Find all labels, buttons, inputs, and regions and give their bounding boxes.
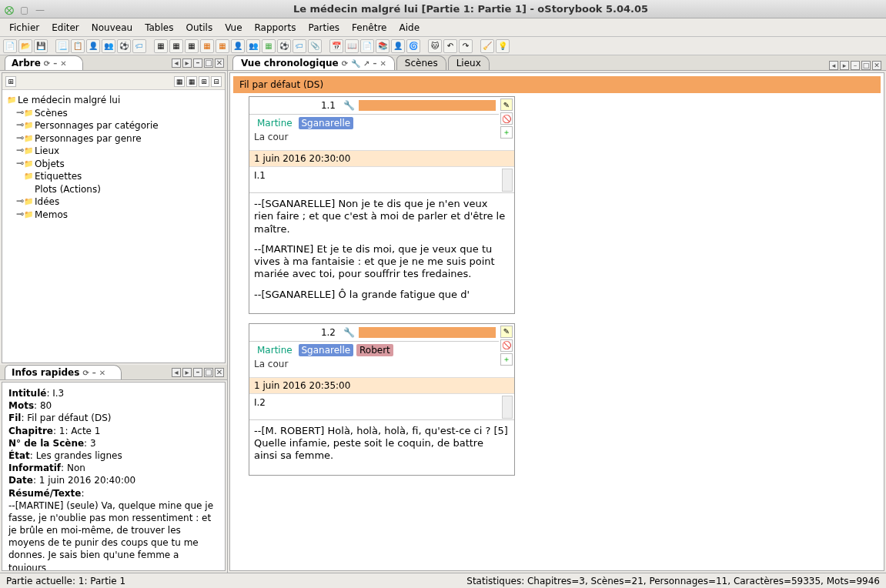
edit-icon[interactable]: ✎ [500, 326, 513, 338]
tree-lieux[interactable]: Lieux [35, 145, 59, 156]
expand-icon[interactable]: ⊞ [199, 76, 209, 87]
tree-objets[interactable]: Objets [35, 158, 65, 169]
stack-icon[interactable]: 📚 [376, 39, 390, 53]
open-icon[interactable]: 📂 [18, 39, 32, 53]
tab-scenes[interactable]: Scènes [396, 55, 446, 70]
group2-icon[interactable]: 👥 [246, 39, 260, 53]
popup-icon[interactable]: ↗ [363, 59, 369, 68]
char-tag[interactable]: Robert [356, 344, 393, 356]
tree-plots[interactable]: Plots (Actions) [35, 183, 101, 194]
pin-icon[interactable]: – [92, 369, 96, 377]
panel-min-icon[interactable]: – [851, 61, 860, 70]
cal-icon[interactable]: 📅 [329, 39, 343, 53]
wrench-icon[interactable]: 🔧 [342, 327, 356, 338]
eraser-icon[interactable]: 🧹 [480, 39, 494, 53]
panel-nav-left-icon[interactable]: ◂ [172, 368, 181, 377]
tree-perso-genre[interactable]: Personnages par genre [35, 132, 142, 143]
panel-nav-left-icon[interactable]: ◂ [829, 61, 838, 70]
grid3-icon[interactable]: ▦ [185, 39, 199, 53]
undo-icon[interactable]: ↶ [443, 39, 457, 53]
menu-editer[interactable]: Editer [45, 20, 85, 35]
person2-icon[interactable]: 👤 [231, 39, 245, 53]
clip-icon[interactable]: 📎 [308, 39, 322, 53]
redo-icon[interactable]: ↷ [459, 39, 473, 53]
minimize-icon[interactable]: — [35, 5, 45, 14]
menu-fenetre[interactable]: Fenêtre [346, 20, 393, 35]
doc1-icon[interactable]: 📃 [55, 39, 69, 53]
tree-mode-icon[interactable]: ⊞ [5, 76, 16, 87]
menu-fichier[interactable]: Fichier [3, 20, 45, 35]
panel-close-icon[interactable]: ✕ [872, 61, 881, 70]
ball-icon[interactable]: ⚽ [117, 39, 131, 53]
add-icon[interactable]: ＋ [500, 126, 513, 139]
menu-tables[interactable]: Tables [139, 20, 179, 35]
grid2-icon[interactable]: ▦ [169, 39, 183, 53]
ball2-icon[interactable]: ⚽ [277, 39, 291, 53]
delete-icon[interactable]: 🚫 [500, 112, 513, 125]
char-tag[interactable]: Sganarelle [299, 117, 354, 129]
tree-scenes[interactable]: Scènes [35, 107, 68, 118]
view1-icon[interactable]: ▦ [174, 76, 185, 87]
view2-icon[interactable]: ▦ [186, 76, 197, 87]
grid5-icon[interactable]: ▦ [216, 39, 229, 53]
refresh-icon[interactable]: ⟳ [82, 369, 89, 377]
panel-nav-right-icon[interactable]: ▸ [182, 58, 192, 68]
panel-nav-right-icon[interactable]: ▸ [182, 368, 192, 377]
panel-max-icon[interactable]: □ [204, 58, 213, 68]
tree-etiquettes[interactable]: Etiquettes [35, 171, 82, 182]
char-tag[interactable]: Martine [254, 344, 296, 356]
page-icon[interactable]: 📄 [360, 39, 374, 53]
pin-icon[interactable]: – [53, 59, 57, 68]
menu-vue[interactable]: Vue [219, 20, 248, 35]
close-icon[interactable]: ⨂ [5, 5, 14, 14]
panel-nav-right-icon[interactable]: ▸ [840, 61, 849, 70]
menu-outils[interactable]: Outils [179, 20, 219, 35]
panel-min-icon[interactable]: – [193, 368, 202, 377]
char-tag[interactable]: Sganarelle [299, 344, 354, 356]
new-icon[interactable]: 📄 [3, 39, 17, 53]
doc2-icon[interactable]: 📋 [71, 39, 85, 53]
close-panel-icon[interactable]: ✕ [99, 369, 105, 377]
scene-text[interactable]: --[M. ROBERT] Holà, holà, holà, fi, qu'e… [249, 420, 514, 475]
grid4-icon[interactable]: ▦ [200, 39, 214, 53]
panel-max-icon[interactable]: □ [204, 368, 213, 377]
menu-parties[interactable]: Parties [302, 20, 346, 35]
tree-memos[interactable]: Memos [35, 209, 68, 219]
tag2-icon[interactable]: 🏷 [293, 39, 306, 53]
close-panel-icon[interactable]: ✕ [60, 59, 66, 68]
cat-icon[interactable]: 🐱 [428, 39, 442, 53]
tag-icon[interactable]: 🏷 [132, 39, 146, 53]
pin-icon[interactable]: – [373, 59, 376, 68]
book-icon[interactable]: 📖 [345, 39, 359, 53]
menu-aide[interactable]: Aide [393, 20, 426, 35]
panel-nav-left-icon[interactable]: ◂ [172, 58, 181, 68]
close-panel-icon[interactable]: ✕ [379, 59, 386, 68]
tree-root[interactable]: Le médecin malgré lui [18, 95, 120, 105]
tab-lieux[interactable]: Lieux [448, 55, 490, 70]
char-tag[interactable]: Martine [254, 117, 296, 129]
menu-nouveau[interactable]: Nouveau [85, 20, 139, 35]
bulb-icon[interactable]: 💡 [496, 39, 510, 53]
add-icon[interactable]: ＋ [500, 353, 513, 366]
panel-min-icon[interactable]: – [193, 58, 202, 68]
tree-idees[interactable]: Idées [35, 196, 59, 207]
scene-text[interactable]: --[SGANARELLE] Non je te dis que je n'en… [249, 193, 514, 313]
collapse-icon[interactable]: ⊟ [211, 76, 222, 87]
user-icon[interactable]: 👤 [391, 39, 405, 53]
tree[interactable]: Le médecin malgré lui ⊸Scènes ⊸Personnag… [2, 90, 225, 362]
panel-close-icon[interactable]: ✕ [215, 58, 224, 68]
save-icon[interactable]: 💾 [34, 39, 48, 53]
person-icon[interactable]: 👤 [86, 39, 100, 53]
refresh-icon[interactable]: ⟳ [342, 59, 348, 68]
maximize-icon[interactable]: ▢ [20, 5, 29, 14]
wrench-icon[interactable]: 🔧 [342, 100, 356, 111]
delete-icon[interactable]: 🚫 [500, 339, 513, 352]
refresh-icon[interactable]: ⟳ [44, 59, 50, 68]
menu-rapports[interactable]: Rapports [249, 20, 303, 35]
panel-max-icon[interactable]: □ [861, 61, 871, 70]
panel-close-icon[interactable]: ✕ [215, 368, 224, 377]
edit-icon[interactable]: ✎ [500, 99, 513, 111]
grid1-icon[interactable]: ▦ [154, 39, 168, 53]
spiral-icon[interactable]: 🌀 [406, 39, 420, 53]
green-icon[interactable]: ▦ [262, 39, 276, 53]
